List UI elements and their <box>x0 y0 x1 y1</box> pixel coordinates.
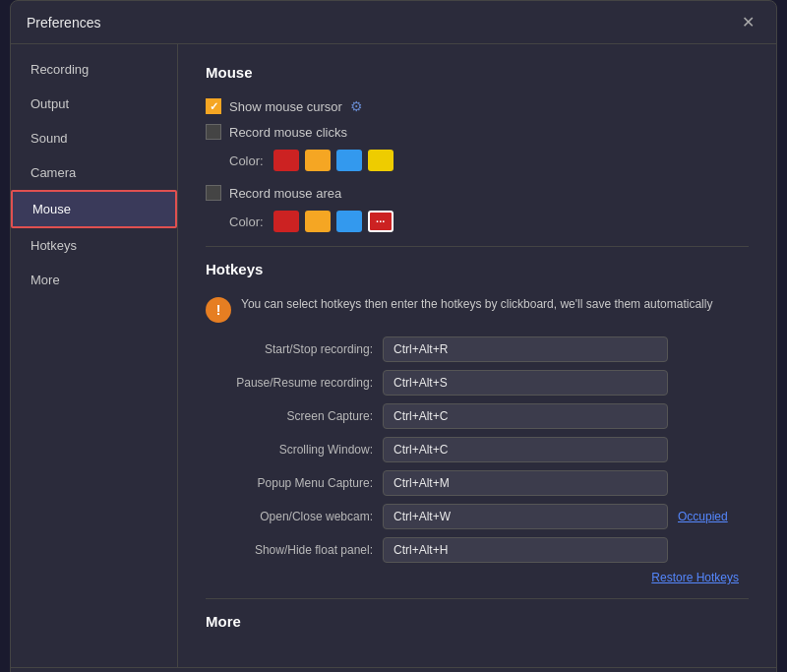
hotkey-row-startstop: Start/Stop recording: <box>206 336 749 362</box>
cursor-color-yellow[interactable] <box>368 150 394 171</box>
hotkey-label-startstop: Start/Stop recording: <box>206 342 373 356</box>
cursor-color-blue[interactable] <box>336 150 362 171</box>
record-area-label: Record mouse area <box>229 186 341 201</box>
record-area-checkbox[interactable] <box>206 185 221 201</box>
record-clicks-checkbox[interactable] <box>206 124 221 140</box>
more-section: More <box>206 613 749 634</box>
area-color-more[interactable]: ··· <box>368 211 394 232</box>
sidebar-item-output[interactable]: Output <box>11 87 177 121</box>
area-color-orange[interactable] <box>305 211 331 232</box>
preferences-dialog: Preferences ✕ Recording Output Sound Cam… <box>10 0 777 672</box>
hotkey-input-startstop[interactable] <box>383 336 668 362</box>
hotkey-label-floatpanel: Show/Hide float panel: <box>206 543 373 557</box>
hotkey-row-webcam: Open/Close webcam: Occupied <box>206 504 749 529</box>
hotkeys-section-title: Hotkeys <box>206 261 749 281</box>
hotkey-input-popupmenucapture[interactable] <box>383 470 668 496</box>
sidebar-item-more[interactable]: More <box>11 263 177 297</box>
title-bar: Preferences ✕ <box>11 1 776 44</box>
hotkey-row-scrollingwindow: Scrolling Window: <box>206 437 749 462</box>
cursor-color-row: Color: <box>229 150 749 171</box>
hotkey-label-webcam: Open/Close webcam: <box>206 510 373 523</box>
more-divider <box>206 598 749 599</box>
hotkey-input-webcam[interactable] <box>383 504 668 529</box>
hotkey-row-pauseresume: Pause/Resume recording: <box>206 370 749 396</box>
sidebar-item-mouse[interactable]: Mouse <box>11 190 177 228</box>
cursor-settings-icon[interactable]: ⚙ <box>350 98 363 114</box>
hotkey-row-floatpanel: Show/Hide float panel: <box>206 537 749 563</box>
record-clicks-label: Record mouse clicks <box>229 125 347 140</box>
sidebar: Recording Output Sound Camera Mouse Hotk… <box>11 44 178 667</box>
hotkey-row-screencapture: Screen Capture: <box>206 403 749 429</box>
show-cursor-row: Show mouse cursor ⚙ <box>206 98 749 114</box>
info-icon: ! <box>206 297 231 323</box>
show-cursor-label: Show mouse cursor <box>229 99 342 114</box>
area-color-blue[interactable] <box>336 211 362 232</box>
area-color-label: Color: <box>229 214 264 229</box>
section-divider <box>206 246 749 247</box>
dialog-body: Recording Output Sound Camera Mouse Hotk… <box>11 44 776 667</box>
occupied-label: Occupied <box>678 510 728 523</box>
hotkeys-section: Hotkeys ! You can select hotkeys then en… <box>206 261 749 584</box>
close-button[interactable]: ✕ <box>736 11 760 33</box>
record-clicks-row: Record mouse clicks <box>206 124 749 140</box>
hotkeys-info-text: You can select hotkeys then enter the ho… <box>241 295 712 313</box>
content-area: Mouse Show mouse cursor ⚙ Record mouse c… <box>178 44 776 667</box>
mouse-section-title: Mouse <box>206 64 749 85</box>
sidebar-item-camera[interactable]: Camera <box>11 155 177 190</box>
cursor-color-orange[interactable] <box>305 150 331 171</box>
hotkey-input-scrollingwindow[interactable] <box>383 437 668 462</box>
hotkeys-info-banner: ! You can select hotkeys then enter the … <box>206 295 749 323</box>
hotkey-input-screencapture[interactable] <box>383 403 668 429</box>
sidebar-item-sound[interactable]: Sound <box>11 121 177 155</box>
cursor-color-label: Color: <box>229 153 264 168</box>
dialog-footer: Reset to Default OK Cancel <box>11 667 776 672</box>
record-area-row: Record mouse area <box>206 185 749 201</box>
show-cursor-checkbox[interactable] <box>206 98 221 114</box>
more-section-title: More <box>206 613 749 634</box>
area-color-red[interactable] <box>273 211 299 232</box>
hotkey-label-popupmenucapture: Popup Menu Capture: <box>206 476 373 490</box>
hotkey-label-pauseresume: Pause/Resume recording: <box>206 376 373 390</box>
sidebar-item-hotkeys[interactable]: Hotkeys <box>11 228 177 263</box>
dialog-title: Preferences <box>27 15 100 31</box>
sidebar-item-recording[interactable]: Recording <box>11 52 177 87</box>
hotkey-label-scrollingwindow: Scrolling Window: <box>206 443 373 457</box>
hotkey-label-screencapture: Screen Capture: <box>206 409 373 423</box>
hotkey-row-popupmenucapture: Popup Menu Capture: <box>206 470 749 496</box>
area-color-row: Color: ··· <box>229 211 749 232</box>
hotkey-input-floatpanel[interactable] <box>383 537 668 563</box>
cursor-color-red[interactable] <box>273 150 299 171</box>
hotkey-input-pauseresume[interactable] <box>383 370 668 396</box>
restore-hotkeys-link[interactable]: Restore Hotkeys <box>206 571 739 584</box>
